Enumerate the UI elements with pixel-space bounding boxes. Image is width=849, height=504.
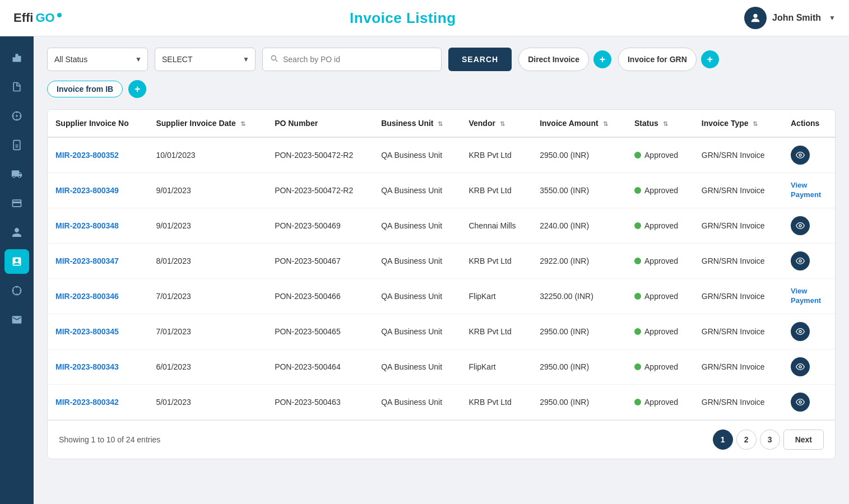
status-text: Approved bbox=[644, 151, 678, 160]
next-page-button[interactable]: Next bbox=[783, 430, 824, 450]
invoice-date: 7/01/2023 bbox=[148, 278, 267, 314]
page-2-button[interactable]: 2 bbox=[736, 430, 757, 450]
invoice-date: 5/01/2023 bbox=[148, 384, 267, 419]
sidebar-item-profile[interactable] bbox=[4, 220, 29, 245]
sidebar-item-shipping[interactable] bbox=[4, 162, 29, 186]
actions-cell bbox=[783, 384, 835, 419]
svg-point-0 bbox=[753, 14, 757, 18]
invoice-no-link[interactable]: MIR-2023-800348 bbox=[55, 221, 119, 230]
svg-point-1 bbox=[16, 115, 17, 116]
invoice-grn-button[interactable]: Invoice for GRN bbox=[618, 48, 697, 71]
col-amount: Invoice Amount ⇅ bbox=[532, 110, 627, 137]
page-1-button[interactable]: 1 bbox=[713, 430, 733, 450]
sidebar-item-documents[interactable] bbox=[4, 133, 29, 157]
invoice-no-link[interactable]: MIR-2023-800345 bbox=[55, 327, 119, 336]
table-row: MIR-2023-8003457/01/2023PON-2023-500465Q… bbox=[48, 314, 835, 349]
sidebar-item-reports[interactable] bbox=[4, 74, 29, 99]
date-sort-icon[interactable]: ⇅ bbox=[240, 120, 245, 127]
invoice-no-link[interactable]: MIR-2023-800349 bbox=[55, 186, 119, 195]
table-row: MIR-2023-8003436/01/2023PON-2023-500464Q… bbox=[48, 349, 835, 384]
business-unit: QA Business Unit bbox=[373, 349, 461, 384]
invoice-amount: 2950.00 (INR) bbox=[532, 137, 627, 173]
view-icon[interactable] bbox=[791, 146, 810, 165]
po-number: PON-2023-500472-R2 bbox=[267, 173, 373, 208]
sidebar-item-settings[interactable] bbox=[4, 278, 29, 303]
type-select-wrapper[interactable]: SELECTOption 1Option 2 ▼ bbox=[155, 48, 256, 71]
view-icon[interactable] bbox=[791, 251, 810, 270]
status-sort-icon[interactable]: ⇅ bbox=[663, 120, 668, 127]
status-cell: Approved bbox=[627, 384, 694, 419]
view-payment-link[interactable]: View Payment bbox=[791, 181, 827, 200]
status-cell: Approved bbox=[627, 173, 694, 208]
vendor: KRB Pvt Ltd bbox=[461, 173, 532, 208]
invoice-no-link[interactable]: MIR-2023-800347 bbox=[55, 256, 119, 265]
status-dot-icon bbox=[634, 363, 641, 370]
type-sort-icon[interactable]: ⇅ bbox=[753, 120, 758, 127]
invoice-date: 6/01/2023 bbox=[148, 349, 267, 384]
sidebar-item-messages[interactable] bbox=[4, 307, 29, 332]
type-select[interactable]: SELECTOption 1Option 2 bbox=[162, 55, 248, 64]
main-content: All StatusApprovedPendingRejected ▼ SELE… bbox=[34, 36, 849, 504]
bu-sort-icon[interactable]: ⇅ bbox=[438, 120, 443, 127]
invoice-type: GRN/SRN Invoice bbox=[694, 208, 783, 243]
view-icon[interactable] bbox=[791, 322, 810, 341]
view-payment-link[interactable]: View Payment bbox=[791, 287, 827, 306]
page-3-button[interactable]: 3 bbox=[760, 430, 780, 450]
sidebar-item-active-invoice[interactable] bbox=[4, 249, 29, 274]
amount-sort-icon[interactable]: ⇅ bbox=[603, 120, 608, 127]
invoice-type: GRN/SRN Invoice bbox=[694, 278, 783, 314]
table-body: MIR-2023-80035210/01/2023PON-2023-500472… bbox=[48, 137, 835, 419]
vendor-sort-icon[interactable]: ⇅ bbox=[500, 120, 505, 127]
search-button[interactable]: SEARCH bbox=[448, 48, 512, 71]
user-menu[interactable]: John Smith ▼ bbox=[744, 7, 836, 29]
status-select-wrapper[interactable]: All StatusApprovedPendingRejected ▼ bbox=[47, 48, 148, 71]
col-business-unit: Business Unit ⇅ bbox=[373, 110, 461, 137]
invoice-no-link[interactable]: MIR-2023-800343 bbox=[55, 362, 119, 371]
sidebar-item-invoices[interactable] bbox=[4, 191, 29, 216]
direct-invoice-button[interactable]: Direct Invoice bbox=[518, 48, 589, 71]
table-row: MIR-2023-8003425/01/2023PON-2023-500463Q… bbox=[48, 384, 835, 419]
status-select[interactable]: All StatusApprovedPendingRejected bbox=[54, 55, 141, 64]
business-unit: QA Business Unit bbox=[373, 208, 461, 243]
invoice-amount: 2240.00 (INR) bbox=[532, 208, 627, 243]
actions-cell bbox=[783, 349, 835, 384]
actions-cell bbox=[783, 243, 835, 278]
po-number: PON-2023-500467 bbox=[267, 243, 373, 278]
svg-point-3 bbox=[799, 225, 801, 227]
invoice-ib-plus-button[interactable]: + bbox=[128, 80, 146, 98]
po-number: PON-2023-500469 bbox=[267, 208, 373, 243]
invoice-date: 7/01/2023 bbox=[148, 314, 267, 349]
actions-cell: View Payment bbox=[783, 278, 835, 314]
view-icon[interactable] bbox=[791, 393, 810, 412]
business-unit: QA Business Unit bbox=[373, 314, 461, 349]
invoice-date: 9/01/2023 bbox=[148, 208, 267, 243]
page-title: Invoice Listing bbox=[350, 10, 456, 27]
status-text: Approved bbox=[644, 327, 678, 336]
sidebar-item-dashboard[interactable] bbox=[4, 45, 29, 70]
status-text: Approved bbox=[644, 221, 678, 230]
invoice-no-link[interactable]: MIR-2023-800346 bbox=[55, 292, 119, 301]
search-input[interactable] bbox=[283, 55, 434, 64]
table-row: MIR-2023-8003489/01/2023PON-2023-500469Q… bbox=[48, 208, 835, 243]
business-unit: QA Business Unit bbox=[373, 173, 461, 208]
direct-invoice-plus-button[interactable]: + bbox=[593, 50, 611, 68]
avatar bbox=[744, 7, 767, 29]
po-number: PON-2023-500465 bbox=[267, 314, 373, 349]
col-invoice-no: Supplier Invoice No bbox=[48, 110, 148, 137]
header: EffiGO Invoice Listing John Smith ▼ bbox=[0, 0, 849, 36]
ib-row: Invoice from IB + bbox=[47, 80, 836, 98]
vendor: Chennai Mills bbox=[461, 208, 532, 243]
table-row: MIR-2023-8003467/01/2023PON-2023-500466Q… bbox=[48, 278, 835, 314]
invoice-ib-button[interactable]: Invoice from IB bbox=[47, 81, 123, 97]
view-icon[interactable] bbox=[791, 216, 810, 235]
invoice-no-link[interactable]: MIR-2023-800342 bbox=[55, 398, 119, 407]
invoice-grn-plus-button[interactable]: + bbox=[701, 50, 719, 68]
status-dot-icon bbox=[634, 187, 641, 194]
invoice-no-link[interactable]: MIR-2023-800352 bbox=[55, 151, 119, 160]
toolbar: All StatusApprovedPendingRejected ▼ SELE… bbox=[47, 48, 836, 71]
status-dot-icon bbox=[634, 258, 641, 264]
view-icon[interactable] bbox=[791, 357, 810, 376]
sidebar-item-analytics[interactable] bbox=[4, 104, 29, 128]
business-unit: QA Business Unit bbox=[373, 137, 461, 173]
search-bar bbox=[262, 48, 442, 71]
